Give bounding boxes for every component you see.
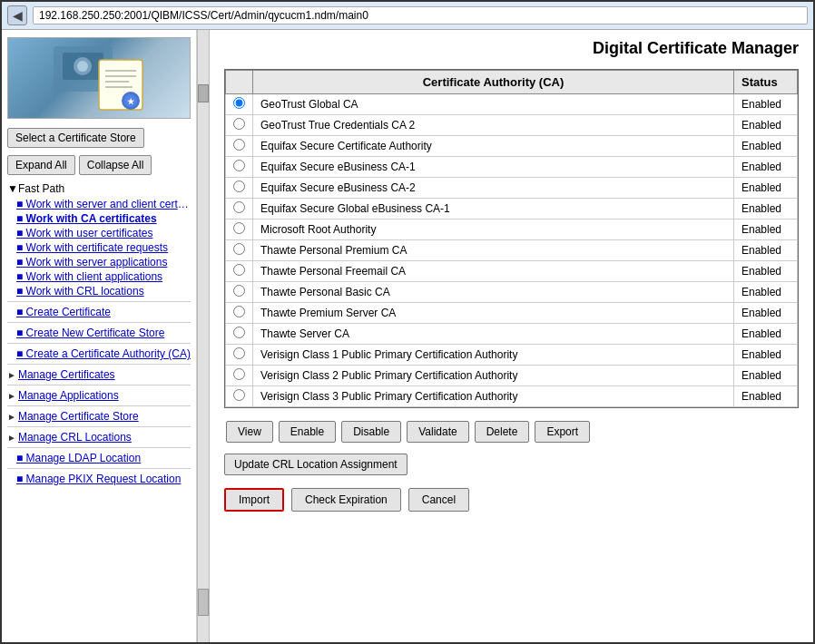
- ca-radio-13[interactable]: [233, 347, 245, 359]
- col-header-ca: Certificate Authority (CA): [253, 71, 734, 94]
- collapse-all-button[interactable]: Collapse All: [79, 155, 152, 175]
- status-cell: Enabled: [734, 366, 798, 386]
- table-row: Thawte Personal Freemail CA Enabled: [226, 261, 798, 282]
- ca-radio-2[interactable]: [233, 118, 245, 130]
- ca-name-cell: Verisign Class 1 Public Primary Certific…: [253, 345, 734, 366]
- radio-cell[interactable]: [226, 178, 253, 199]
- status-cell: Enabled: [734, 178, 798, 199]
- status-cell: Enabled: [734, 345, 798, 366]
- radio-cell[interactable]: [226, 240, 253, 261]
- ca-radio-10[interactable]: [233, 285, 245, 297]
- validate-button[interactable]: Validate: [407, 421, 468, 443]
- expand-all-button[interactable]: Expand All: [7, 155, 75, 175]
- ca-radio-12[interactable]: [233, 327, 245, 338]
- sidebar: ★ Select a Certificate Store Expand All …: [2, 30, 197, 643]
- col-header-select: [226, 71, 253, 94]
- ca-radio-7[interactable]: [233, 222, 245, 234]
- radio-cell[interactable]: [226, 115, 253, 136]
- ca-name-cell: Equifax Secure eBusiness CA-2: [253, 178, 734, 199]
- radio-cell[interactable]: [226, 261, 253, 282]
- nav-work-server-apps[interactable]: ■ Work with server applications: [7, 255, 191, 269]
- ca-radio-3[interactable]: [233, 139, 245, 151]
- ca-name-cell: Thawte Premium Server CA: [253, 303, 734, 324]
- radio-cell[interactable]: [226, 94, 253, 115]
- update-crl-button[interactable]: Update CRL Location Assignment: [224, 454, 408, 475]
- nav-work-ca-certs[interactable]: ■ Work with CA certificates: [7, 211, 191, 226]
- svg-point-3: [77, 61, 88, 72]
- back-button[interactable]: ◀: [7, 5, 27, 25]
- nav-manage-crl[interactable]: Manage CRL Locations: [18, 430, 132, 444]
- nav-manage-cert-store[interactable]: Manage Certificate Store: [18, 409, 139, 424]
- table-row: Verisign Class 2 Public Primary Certific…: [226, 366, 798, 386]
- ca-name-cell: Equifax Secure Global eBusiness CA-1: [253, 199, 734, 220]
- enable-button[interactable]: Enable: [279, 421, 336, 443]
- ca-name-cell: GeoTrust True Credentials CA 2: [253, 115, 734, 136]
- sidebar-scrollbar[interactable]: [197, 30, 210, 643]
- check-expiration-button[interactable]: Check Expiration: [291, 488, 401, 512]
- nav-work-cert-requests[interactable]: ■ Work with certificate requests: [7, 240, 191, 255]
- ca-radio-6[interactable]: [233, 201, 245, 213]
- ca-radio-8[interactable]: [233, 243, 245, 255]
- nav-work-client-apps[interactable]: ■ Work with client applications: [7, 269, 191, 284]
- status-cell: Enabled: [734, 240, 798, 261]
- nav-create-new-store[interactable]: ■ Create New Certificate Store: [7, 326, 191, 340]
- status-cell: Enabled: [734, 261, 798, 282]
- radio-cell[interactable]: [226, 345, 253, 366]
- export-button[interactable]: Export: [535, 421, 590, 443]
- ca-radio-5[interactable]: [233, 181, 245, 192]
- radio-cell[interactable]: [226, 220, 253, 240]
- ca-name-cell: Thawte Personal Premium CA: [253, 240, 734, 261]
- ca-table-wrapper: Certificate Authority (CA) Status GeoTru…: [224, 69, 799, 408]
- table-row: Equifax Secure Certificate Authority Ena…: [226, 136, 798, 157]
- url-bar[interactable]: [33, 6, 808, 24]
- select-cert-store-button[interactable]: Select a Certificate Store: [7, 128, 144, 148]
- ca-name-cell: Verisign Class 3 Public Primary Certific…: [253, 386, 734, 407]
- manage-certs-arrow: ►: [7, 370, 16, 380]
- ca-name-cell: Verisign Class 2 Public Primary Certific…: [253, 366, 734, 386]
- radio-cell[interactable]: [226, 157, 253, 178]
- ca-radio-9[interactable]: [233, 264, 245, 276]
- nav-manage-certs[interactable]: Manage Certificates: [18, 367, 115, 382]
- radio-cell[interactable]: [226, 136, 253, 157]
- radio-cell[interactable]: [226, 303, 253, 324]
- col-header-status: Status: [734, 71, 798, 94]
- status-cell: Enabled: [734, 303, 798, 324]
- radio-cell[interactable]: [226, 282, 253, 303]
- ca-radio-1[interactable]: [233, 97, 245, 109]
- action-buttons: View Enable Disable Validate Delete Expo…: [224, 417, 799, 446]
- nav-create-cert[interactable]: ■ Create Certificate: [7, 305, 191, 319]
- ca-name-cell: Thawte Personal Freemail CA: [253, 261, 734, 282]
- nav-work-server-client[interactable]: ■ Work with server and client certificat…: [7, 197, 191, 211]
- ca-name-cell: Equifax Secure Certificate Authority: [253, 136, 734, 157]
- cancel-button[interactable]: Cancel: [408, 488, 469, 512]
- radio-cell[interactable]: [226, 199, 253, 220]
- nav-manage-apps[interactable]: Manage Applications: [18, 388, 119, 403]
- radio-cell[interactable]: [226, 324, 253, 345]
- radio-cell[interactable]: [226, 386, 253, 407]
- ca-radio-4[interactable]: [233, 160, 245, 171]
- delete-button[interactable]: Delete: [475, 421, 530, 443]
- disable-button[interactable]: Disable: [341, 421, 401, 443]
- ca-name-cell: Thawte Personal Basic CA: [253, 282, 734, 303]
- ca-radio-11[interactable]: [233, 306, 245, 317]
- table-row: Verisign Class 1 Public Primary Certific…: [226, 345, 798, 366]
- update-crl-row: Update CRL Location Assignment: [224, 454, 799, 483]
- ca-radio-14[interactable]: [233, 368, 245, 380]
- table-row: Thawte Premium Server CA Enabled: [226, 303, 798, 324]
- nav-work-crl[interactable]: ■ Work with CRL locations: [7, 284, 191, 298]
- nav-manage-pkix[interactable]: ■ Manage PKIX Request Location: [7, 472, 191, 486]
- sidebar-image: ★: [7, 37, 191, 119]
- nav-manage-ldap[interactable]: ■ Manage LDAP Location: [7, 451, 191, 465]
- radio-cell[interactable]: [226, 366, 253, 386]
- nav-work-user-certs[interactable]: ■ Work with user certificates: [7, 226, 191, 240]
- browser-bar: ◀: [2, 2, 813, 30]
- status-cell: Enabled: [734, 324, 798, 345]
- table-row: Verisign Class 3 Public Primary Certific…: [226, 386, 798, 407]
- view-button[interactable]: View: [226, 421, 273, 443]
- ca-name-cell: Equifax Secure eBusiness CA-1: [253, 157, 734, 178]
- import-button[interactable]: Import: [224, 488, 284, 512]
- nav-create-ca[interactable]: ■ Create a Certificate Authority (CA): [7, 346, 191, 361]
- ca-name-cell: Microsoft Root Authority: [253, 220, 734, 240]
- ca-radio-15[interactable]: [233, 389, 245, 401]
- table-row: Thawte Personal Premium CA Enabled: [226, 240, 798, 261]
